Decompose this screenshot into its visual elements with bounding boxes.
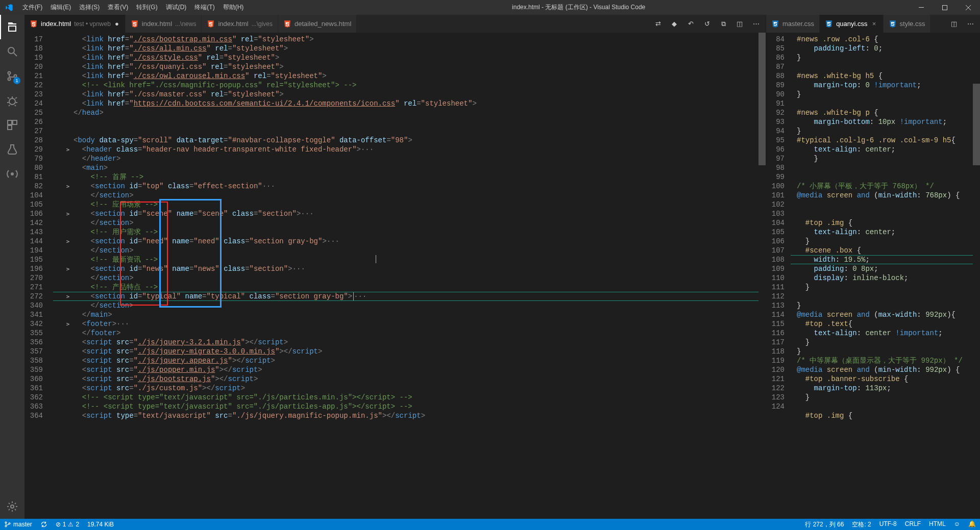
split-editor-icon[interactable]: ◫ (949, 20, 959, 28)
menu-edit[interactable]: 编辑(E) (46, 1, 75, 14)
svg-point-14 (5, 525, 7, 527)
html5-icon (30, 20, 38, 28)
activity-scm[interactable]: 1 (0, 64, 24, 88)
menu-view[interactable]: 查看(V) (104, 1, 132, 14)
status-bar: master ⊘1 ⚠2 19.74 KiB 行 272，列 66 空格: 2 … (0, 519, 980, 530)
editor-actions-left: ⇄ ◆ ↶ ↺ ⧉ ◫ ⋯ (648, 15, 766, 33)
tab-detailed-news[interactable]: detailed_news.html (278, 15, 357, 33)
tab-index-html-2[interactable]: index.html ...\gives (202, 15, 278, 33)
activity-live[interactable] (0, 162, 24, 186)
activity-search[interactable] (0, 39, 24, 64)
status-encoding[interactable]: UTF-8 (875, 520, 901, 527)
tab-bar-left: index.html test • vpnweb ● index.html ..… (24, 15, 766, 33)
activity-settings[interactable] (0, 494, 24, 519)
menu-file[interactable]: 文件(F) (18, 1, 46, 14)
editor-area: index.html test • vpnweb ● index.html ..… (24, 15, 980, 519)
window-minimize[interactable] (910, 0, 933, 15)
activity-test[interactable] (0, 137, 24, 162)
close-icon[interactable]: × (871, 20, 878, 28)
scrollbar-right[interactable] (973, 33, 980, 519)
menu-help[interactable]: 帮助(H) (219, 1, 248, 14)
css3-icon (825, 20, 833, 28)
svg-point-12 (11, 505, 14, 508)
html5-icon (131, 20, 139, 28)
editor-actions-right: ◫ ⋯ (944, 15, 980, 33)
diff-icon[interactable]: ⧉ (719, 20, 728, 28)
svg-point-7 (9, 98, 15, 105)
status-branch[interactable]: master (0, 521, 36, 528)
tab-master-css[interactable]: master.css (766, 15, 820, 33)
editor-group-left: index.html test • vpnweb ● index.html ..… (24, 15, 766, 519)
status-ln-col[interactable]: 行 272，列 66 (801, 520, 848, 529)
gutter-right: 8485868788899091929394959697989910010110… (766, 33, 791, 519)
menu-select[interactable]: 选择(S) (75, 1, 104, 14)
split-editor-icon[interactable]: ◫ (735, 20, 744, 28)
code-right[interactable]: #news .row .col-6 { padding-left: 0;}#ne… (791, 33, 980, 519)
tab-label: index.html (142, 20, 172, 28)
window-title: index.html - 无标题 (工作区) - Visual Studio C… (248, 3, 910, 12)
tab-label: style.css (900, 20, 925, 28)
tab-index-html-1[interactable]: index.html ...\news (126, 15, 202, 33)
git-compare-icon[interactable]: ⇄ (653, 20, 663, 28)
activity-debug[interactable] (0, 88, 24, 113)
tab-desc: test • vpnweb (74, 20, 111, 28)
tab-label: index.html (41, 20, 71, 28)
activity-extensions[interactable] (0, 113, 24, 137)
tab-desc: ...\gives (252, 20, 273, 28)
tab-label: index.html (218, 20, 248, 28)
history-icon[interactable]: ↺ (702, 20, 712, 28)
menu-terminal[interactable]: 终端(T) (190, 1, 218, 14)
svg-rect-8 (8, 120, 12, 124)
svg-point-2 (8, 47, 14, 54)
editor-right[interactable]: 8485868788899091929394959697989910010110… (766, 33, 980, 519)
window-maximize[interactable] (933, 0, 957, 15)
more-icon[interactable]: ⋯ (966, 20, 975, 28)
activity-explorer[interactable] (0, 15, 24, 39)
more-icon[interactable]: ⋯ (751, 20, 761, 28)
css3-icon (771, 20, 779, 28)
window-close[interactable] (957, 0, 980, 15)
git-icon[interactable]: ◆ (670, 20, 679, 28)
status-problems[interactable]: ⊘1 ⚠2 (52, 521, 83, 528)
status-language[interactable]: HTML (925, 520, 950, 527)
status-spaces[interactable]: 空格: 2 (848, 520, 875, 529)
svg-point-4 (8, 72, 11, 74)
svg-line-3 (14, 53, 17, 56)
activity-bar: 1 (0, 15, 24, 519)
status-filesize[interactable]: 19.74 KiB (83, 521, 118, 528)
svg-rect-9 (13, 120, 17, 124)
revert-icon[interactable]: ↶ (686, 20, 695, 28)
svg-rect-1 (943, 5, 947, 10)
status-notifications[interactable]: 🔔 (964, 520, 980, 527)
menu-goto[interactable]: 转到(G) (132, 1, 161, 14)
window-controls (910, 0, 980, 15)
menu-bar: 文件(F) 编辑(E) 选择(S) 查看(V) 转到(G) 调试(D) 终端(T… (18, 1, 248, 14)
tab-desc: ...\news (175, 20, 196, 28)
tab-index-html-0[interactable]: index.html test • vpnweb ● (24, 15, 126, 33)
menu-debug[interactable]: 调试(D) (162, 1, 191, 14)
status-feedback[interactable]: ☺ (950, 520, 964, 527)
svg-rect-0 (919, 7, 924, 8)
tab-quanyi-css[interactable]: quanyi.css × (820, 15, 883, 33)
svg-point-13 (5, 522, 7, 523)
status-sync[interactable] (36, 521, 52, 528)
tab-style-css[interactable]: style.css (884, 15, 931, 33)
scrollbar-left[interactable] (758, 33, 766, 519)
editor-left[interactable]: 1718192021222324252627282979808182104105… (24, 33, 766, 519)
css3-icon (889, 20, 897, 28)
titlebar: 文件(F) 编辑(E) 选择(S) 查看(V) 转到(G) 调试(D) 终端(T… (0, 0, 980, 15)
scm-badge: 1 (13, 77, 20, 84)
status-warnings: 2 (76, 521, 79, 528)
dirty-indicator: ● (114, 20, 120, 28)
svg-point-11 (11, 172, 14, 175)
workbench: 1 index.html test • vpnweb (0, 15, 980, 519)
editor-group-right: master.css quanyi.css × style.css ◫ ⋯ 84… (766, 15, 980, 519)
vscode-logo (0, 4, 18, 12)
gutter-left: 1718192021222324252627282979808182104105… (24, 33, 53, 519)
svg-rect-10 (8, 125, 12, 130)
tab-label: detailed_news.html (295, 20, 351, 28)
status-eol[interactable]: CRLF (901, 520, 925, 527)
tab-bar-right: master.css quanyi.css × style.css ◫ ⋯ (766, 15, 980, 33)
html5-icon (283, 20, 291, 28)
code-left[interactable]: <link href="./css/bootstrap.min.css" rel… (53, 33, 766, 519)
